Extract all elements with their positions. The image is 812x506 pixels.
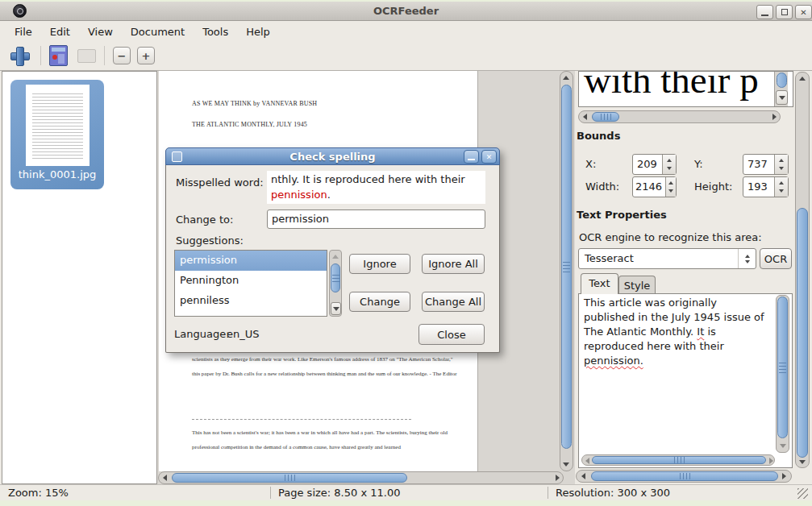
scroll-right-arrow-icon[interactable] (556, 475, 560, 481)
scrollbar-thumb[interactable] (172, 473, 407, 483)
suggestions-list[interactable]: permission Pennington penniless preadmis… (174, 250, 327, 317)
scroll-down-arrow-icon[interactable] (563, 462, 569, 467)
scroll-right-arrow-icon[interactable] (769, 458, 773, 464)
spinner-steppers[interactable] (662, 155, 676, 174)
scroll-down-button[interactable] (331, 302, 341, 315)
scrollbar-thumb[interactable] (592, 456, 766, 464)
minimize-button[interactable] (756, 5, 773, 19)
panel-horizontal-scrollbar[interactable] (576, 470, 792, 483)
zoom-out-button[interactable]: − (113, 47, 131, 64)
panel-vertical-scrollbar[interactable] (795, 72, 810, 468)
scroll-left-arrow-icon[interactable] (583, 114, 587, 120)
suggestion-item[interactable]: penniless (175, 291, 327, 311)
thumbnail-page-preview (26, 85, 90, 166)
ignore-button[interactable]: Ignore (349, 254, 410, 274)
scrollbar-thumb[interactable] (777, 73, 787, 88)
scroll-up-arrow-icon[interactable] (563, 76, 569, 80)
bounds-width-value[interactable]: 2146 (633, 177, 665, 197)
misspelled-word-label: Misspelled word: (176, 176, 264, 189)
scroll-up-arrow-icon[interactable] (799, 77, 806, 81)
change-button[interactable]: Change (349, 292, 410, 312)
dialog-close-button[interactable]: ✕ (481, 150, 497, 164)
window-title: OCRFeeder (0, 5, 812, 17)
change-all-button[interactable]: Change All (422, 292, 485, 312)
scroll-down-arrow-icon[interactable] (799, 460, 806, 464)
bounds-width-spinner[interactable]: 2146 (632, 176, 677, 197)
change-to-input[interactable]: permission (267, 209, 485, 229)
scroll-left-arrow-icon[interactable] (581, 473, 585, 479)
menu-help[interactable]: Help (241, 24, 275, 39)
dialog-close-action-button[interactable]: Close (418, 324, 485, 345)
area-image-preview[interactable]: with their p (578, 71, 793, 107)
menu-edit[interactable]: Edit (45, 24, 75, 39)
dialog-titlebar[interactable]: Check spelling ✕ (165, 147, 500, 165)
scrollbar-thumb[interactable] (797, 208, 808, 458)
recognized-text[interactable]: This article was originally published in… (584, 296, 769, 368)
scroll-right-arrow-icon[interactable] (782, 473, 786, 479)
suggestion-item[interactable]: preadmission (175, 311, 327, 317)
scrollbar-thumb[interactable] (561, 85, 572, 449)
scrollbar-thumb[interactable] (331, 263, 340, 292)
menu-document[interactable]: Document (126, 24, 189, 39)
step-up-icon (779, 181, 784, 185)
scroll-down-button[interactable] (776, 90, 788, 105)
statusbar-separator (548, 487, 548, 499)
close-icon: ✕ (800, 8, 806, 17)
bounds-height-spinner[interactable]: 193 (743, 176, 789, 197)
tab-style[interactable]: Style (618, 276, 656, 294)
maximize-icon (781, 9, 788, 15)
document-paragraph-2: This has not been a scientist's war; it … (192, 425, 461, 454)
zoom-in-button[interactable]: + (137, 47, 155, 64)
scroll-left-arrow-icon[interactable] (163, 475, 167, 481)
suggestions-scrollbar[interactable] (329, 250, 342, 317)
scroll-left-arrow-icon[interactable] (585, 458, 589, 464)
bounds-x-value[interactable]: 209 (633, 155, 662, 174)
close-button[interactable]: ✕ (795, 5, 812, 19)
editor-vertical-scrollbar[interactable] (776, 295, 789, 453)
window-titlebar[interactable]: OCRFeeder ✕ (0, 2, 812, 21)
resize-grip[interactable] (797, 488, 808, 499)
scrollbar-thumb[interactable] (777, 297, 788, 438)
thumb-grip (285, 475, 295, 481)
zoom-status: Zoom: 15% (8, 487, 69, 499)
page-thumbnail-selected[interactable]: think_0001.jpg (10, 80, 104, 189)
menu-view[interactable]: View (83, 24, 118, 39)
preview-horizontal-scrollbar[interactable] (578, 110, 781, 123)
recognized-text-editor[interactable]: This article was originally published in… (578, 293, 793, 468)
zoom-in-icon: + (142, 50, 151, 62)
bounds-x-spinner[interactable]: 209 (632, 154, 677, 175)
add-image-button[interactable] (10, 46, 29, 65)
bounds-height-value[interactable]: 193 (743, 177, 774, 197)
thumb-grip (601, 114, 611, 120)
scrollbar-thumb[interactable] (592, 112, 619, 122)
ocr-button[interactable]: OCR (760, 248, 792, 269)
scroll-down-arrow-icon[interactable] (780, 444, 786, 448)
document-vertical-scrollbar[interactable] (560, 71, 573, 471)
editor-horizontal-scrollbar[interactable] (581, 454, 775, 466)
suggestion-item-selected[interactable]: permission (175, 251, 327, 271)
ocr-engine-combobox[interactable]: Tesseract (578, 248, 756, 269)
spinner-steppers[interactable] (665, 177, 676, 197)
recognize-areas-button[interactable] (49, 45, 68, 66)
preview-vertical-scrollbar[interactable] (774, 72, 788, 106)
area-properties-panel: with their p Bounds X: 209 Y: 737 Width:… (575, 71, 812, 484)
ignore-all-button[interactable]: Ignore All (422, 254, 485, 274)
step-down-icon (667, 167, 672, 170)
spinner-steppers[interactable] (774, 155, 788, 174)
tab-text[interactable]: Text (581, 273, 618, 294)
scroll-right-arrow-icon[interactable] (772, 114, 777, 120)
bounds-y-value[interactable]: 737 (743, 155, 774, 174)
toolbar-separator (40, 46, 41, 65)
menu-file[interactable]: File (10, 24, 37, 39)
menu-tools[interactable]: Tools (198, 24, 233, 39)
step-up-icon (667, 159, 672, 162)
spinner-steppers[interactable] (774, 177, 788, 197)
step-down-icon (779, 189, 784, 193)
document-horizontal-scrollbar[interactable] (158, 471, 564, 484)
dialog-minimize-button[interactable] (464, 150, 479, 164)
scrollbar-thumb[interactable] (591, 471, 778, 481)
bounds-y-spinner[interactable]: 737 (743, 154, 789, 175)
maximize-button[interactable] (776, 5, 793, 19)
bounds-width-label: Width: (585, 180, 619, 193)
suggestion-item[interactable]: Pennington (175, 271, 327, 291)
